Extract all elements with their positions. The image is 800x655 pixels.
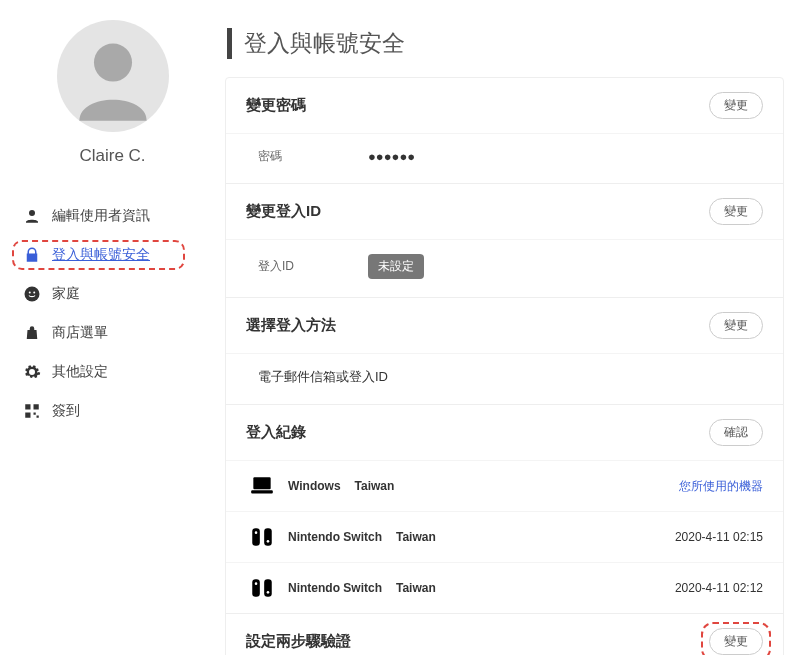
svg-point-15 xyxy=(255,531,258,534)
sidebar-item-label: 其他設定 xyxy=(52,363,108,381)
history-device: Windows xyxy=(288,479,341,493)
sidebar-item-label: 商店選單 xyxy=(52,324,108,342)
sidebar-menu: 編輯使用者資訊 登入與帳號安全 家庭 商店選單 xyxy=(0,194,225,433)
svg-rect-7 xyxy=(34,404,39,409)
svg-rect-10 xyxy=(37,416,39,418)
history-location: Taiwan xyxy=(396,530,436,544)
avatar xyxy=(57,20,169,132)
sidebar-item-label: 編輯使用者資訊 xyxy=(52,207,150,225)
history-row: Nintendo Switch Taiwan 2020-4-11 02:12 xyxy=(226,562,783,613)
section-heading: 設定兩步驟驗證 xyxy=(246,632,351,651)
sidebar-item-family[interactable]: 家庭 xyxy=(0,277,225,311)
svg-rect-18 xyxy=(264,579,272,596)
svg-point-16 xyxy=(267,540,270,543)
section-header-loginid: 變更登入ID 變更 xyxy=(226,183,783,239)
page-title: 登入與帳號安全 xyxy=(227,28,784,59)
svg-rect-12 xyxy=(251,490,273,493)
sidebar-item-label: 簽到 xyxy=(52,402,80,420)
history-row: Nintendo Switch Taiwan 2020-4-11 02:15 xyxy=(226,511,783,562)
svg-rect-6 xyxy=(25,404,30,409)
loginmethod-value: 電子郵件信箱或登入ID xyxy=(258,368,388,386)
section-heading: 變更登入ID xyxy=(246,202,321,221)
svg-rect-17 xyxy=(252,579,260,596)
svg-point-5 xyxy=(33,292,35,294)
section-header-history: 登入紀錄 確認 xyxy=(226,404,783,460)
svg-point-19 xyxy=(255,582,258,585)
sidebar-item-other[interactable]: 其他設定 xyxy=(0,355,225,389)
main-content: 登入與帳號安全 變更密碼 變更 密碼 ●●●●●● 變更登入ID 變更 登入ID… xyxy=(225,0,800,655)
change-loginid-button[interactable]: 變更 xyxy=(709,198,763,225)
confirm-history-button[interactable]: 確認 xyxy=(709,419,763,446)
sidebar-item-label: 登入與帳號安全 xyxy=(52,246,150,264)
section-heading: 登入紀錄 xyxy=(246,423,306,442)
svg-point-1 xyxy=(93,44,131,82)
history-location: Taiwan xyxy=(355,479,395,493)
change-twofa-button[interactable]: 變更 xyxy=(709,628,763,655)
switch-icon xyxy=(248,524,276,550)
sidebar-item-edit-user[interactable]: 編輯使用者資訊 xyxy=(0,199,225,233)
history-current-device-link[interactable]: 您所使用的機器 xyxy=(679,478,763,495)
svg-point-4 xyxy=(29,292,31,294)
sidebar-item-label: 家庭 xyxy=(52,285,80,303)
svg-point-2 xyxy=(29,210,35,216)
sidebar-item-security[interactable]: 登入與帳號安全 xyxy=(0,238,225,272)
row-key: 密碼 xyxy=(258,148,368,165)
row-key: 登入ID xyxy=(258,258,368,275)
svg-rect-8 xyxy=(25,413,30,418)
history-device: Nintendo Switch xyxy=(288,530,382,544)
qr-icon xyxy=(22,401,42,421)
history-timestamp: 2020-4-11 02:12 xyxy=(675,581,763,595)
smiley-icon xyxy=(22,284,42,304)
sidebar: Claire C. 編輯使用者資訊 登入與帳號安全 家庭 xyxy=(0,0,225,655)
password-row: 密碼 ●●●●●● xyxy=(226,133,783,183)
switch-icon xyxy=(248,575,276,601)
bag-icon xyxy=(22,323,42,343)
history-location: Taiwan xyxy=(396,581,436,595)
laptop-icon xyxy=(248,473,276,499)
section-header-password: 變更密碼 變更 xyxy=(226,78,783,133)
history-row: Windows Taiwan 您所使用的機器 xyxy=(226,460,783,511)
gear-icon xyxy=(22,362,42,382)
history-device: Nintendo Switch xyxy=(288,581,382,595)
settings-panel: 變更密碼 變更 密碼 ●●●●●● 變更登入ID 變更 登入ID 未設定 選擇登… xyxy=(225,77,784,655)
change-loginmethod-button[interactable]: 變更 xyxy=(709,312,763,339)
lock-icon xyxy=(22,245,42,265)
svg-point-20 xyxy=(267,591,270,594)
svg-rect-14 xyxy=(264,528,272,545)
change-password-button[interactable]: 變更 xyxy=(709,92,763,119)
svg-point-3 xyxy=(25,287,40,302)
section-header-loginmethod: 選擇登入方法 變更 xyxy=(226,297,783,353)
loginid-badge: 未設定 xyxy=(368,254,424,279)
loginmethod-row: 電子郵件信箱或登入ID xyxy=(226,353,783,404)
section-heading: 變更密碼 xyxy=(246,96,306,115)
loginid-row: 登入ID 未設定 xyxy=(226,239,783,297)
svg-rect-13 xyxy=(252,528,260,545)
svg-rect-11 xyxy=(253,477,270,489)
sidebar-item-shop[interactable]: 商店選單 xyxy=(0,316,225,350)
person-icon xyxy=(22,206,42,226)
svg-rect-9 xyxy=(34,413,36,415)
password-value: ●●●●●● xyxy=(368,149,415,164)
section-header-twofa: 設定兩步驟驗證 變更 xyxy=(226,613,783,655)
username: Claire C. xyxy=(79,146,145,166)
history-timestamp: 2020-4-11 02:15 xyxy=(675,530,763,544)
section-heading: 選擇登入方法 xyxy=(246,316,336,335)
sidebar-item-checkin[interactable]: 簽到 xyxy=(0,394,225,428)
